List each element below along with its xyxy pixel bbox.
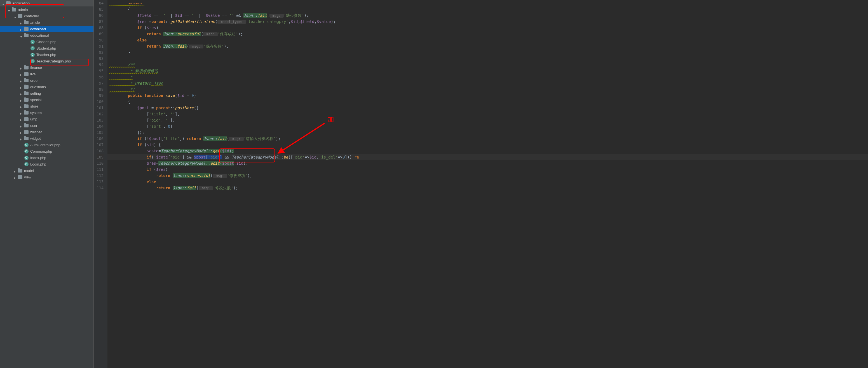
tree-item-student-php[interactable]: CStudent.php <box>0 45 93 52</box>
tree-arrow-icon[interactable] <box>20 111 23 114</box>
code-line[interactable]: if (!$post['title']) return Json::fail( … <box>107 136 868 142</box>
tree-arrow-icon[interactable] <box>20 79 23 82</box>
gutter-line-number[interactable]: 114 <box>96 185 103 191</box>
gutter-line-number[interactable]: 94 <box>96 62 103 68</box>
code-line[interactable]: */ <box>107 86 868 92</box>
tree-item-order[interactable]: order <box>0 77 93 84</box>
tree-item-store[interactable]: store <box>0 103 93 110</box>
gutter-line-number[interactable]: 96 <box>96 74 103 80</box>
tree-item-login-php[interactable]: CLogin.php <box>0 161 93 168</box>
code-line[interactable]: ~~~~~~ <box>107 0 868 6</box>
gutter-line-number[interactable]: 107 <box>96 142 103 148</box>
code-line[interactable]: if ($res) <box>107 25 868 31</box>
tree-item-finance[interactable]: finance <box>0 64 93 71</box>
tree-item-controller[interactable]: controller <box>0 13 93 19</box>
tree-arrow-icon[interactable] <box>8 8 11 11</box>
code-line[interactable]: ['sort', 0] <box>107 123 868 130</box>
tree-item-live[interactable]: live <box>0 71 93 77</box>
tree-item-article[interactable]: article <box>0 19 93 26</box>
code-line[interactable]: * @return json <box>107 80 868 86</box>
gutter-line-number[interactable]: 86 <box>96 12 103 19</box>
code-line[interactable]: return Json::successful( msg: '保存成功'); <box>107 31 868 37</box>
tree-item-index-php[interactable]: CIndex.php <box>0 154 93 161</box>
gutter-line-number[interactable]: 89 <box>96 31 103 37</box>
gutter-line-number[interactable]: 98 <box>96 86 103 92</box>
code-line[interactable]: return Json::fail( msg: '保存失败'); <box>107 43 868 49</box>
code-line[interactable]: * 新增或者修改 <box>107 68 868 74</box>
gutter-line-number[interactable]: 100 <box>96 98 103 105</box>
code-line[interactable]: * <box>107 74 868 80</box>
tree-item-download[interactable]: download <box>0 26 93 32</box>
gutter-line-number[interactable]: 110 <box>96 160 103 166</box>
gutter-line-number[interactable]: 106 <box>96 136 103 142</box>
gutter-line-number[interactable]: 91 <box>96 43 103 49</box>
gutter-line-number[interactable]: 105 <box>96 130 103 136</box>
tree-arrow-icon[interactable] <box>20 105 23 108</box>
tree-item-authcontroller-php[interactable]: CAuthController.php <box>0 142 93 148</box>
gutter-line-number[interactable]: 101 <box>96 105 103 111</box>
code-line[interactable]: $res=TeacherCategpryModel::edit($post,$i… <box>107 160 868 166</box>
gutter-line-number[interactable]: 97 <box>96 80 103 86</box>
tree-item-teachercategpry-php[interactable]: CTeacherCategpry.php <box>0 58 93 64</box>
code-line[interactable]: else <box>107 179 868 185</box>
tree-item-classes-php[interactable]: CClasses.php <box>0 39 93 45</box>
code-line[interactable]: { <box>107 98 868 105</box>
tree-item-view[interactable]: view <box>0 174 93 180</box>
gutter-line-number[interactable]: 102 <box>96 111 103 117</box>
tree-arrow-icon[interactable] <box>20 118 23 121</box>
gutter-line-number[interactable]: 112 <box>96 172 103 179</box>
tree-item-system[interactable]: system <box>0 110 93 116</box>
tree-item-questions[interactable]: questions <box>0 84 93 90</box>
tree-item-common-php[interactable]: CCommon.php <box>0 148 93 154</box>
code-line[interactable]: if ($id) { <box>107 142 868 148</box>
code-line[interactable]: $cate=TeacherCategpryModel::get($id); <box>107 148 868 154</box>
code-editor[interactable]: 8485868788899091929394959697989910010110… <box>94 0 868 368</box>
tree-item-special[interactable]: special <box>0 96 93 103</box>
gutter-line-number[interactable]: 111 <box>96 166 103 172</box>
tree-item-widget[interactable]: widget <box>0 135 93 142</box>
gutter-line-number[interactable]: 92 <box>96 49 103 55</box>
tree-item-application[interactable]: application <box>0 0 93 6</box>
editor-content[interactable]: ~~~~~~ { $field == '' || $id == '' || $v… <box>107 0 868 368</box>
tree-arrow-icon[interactable] <box>14 15 17 18</box>
code-line[interactable]: if(!$cate['pid'] && $post['pid'] && Teac… <box>107 154 868 160</box>
tree-arrow-icon[interactable] <box>20 21 23 24</box>
tree-arrow-icon[interactable] <box>20 86 23 88</box>
tree-arrow-icon[interactable] <box>14 176 17 179</box>
tree-item-teacher-php[interactable]: CTeacher.php <box>0 52 93 58</box>
gutter-line-number[interactable]: 93 <box>96 55 103 62</box>
tree-item-wechat[interactable]: wechat <box>0 129 93 135</box>
tree-arrow-icon[interactable] <box>2 2 5 5</box>
gutter-line-number[interactable]: 84 <box>96 0 103 6</box>
code-line[interactable]: return Json::fail( msg: '修改失败'); <box>107 185 868 191</box>
gutter-line-number[interactable]: 95 <box>96 68 103 74</box>
code-line[interactable]: return Json::successful( msg: '修改成功'); <box>107 172 868 179</box>
code-line[interactable]: $res =parent::getDataModification( model… <box>107 19 868 25</box>
code-line[interactable]: /** <box>107 62 868 68</box>
tree-arrow-icon[interactable] <box>20 124 23 127</box>
gutter-line-number[interactable]: 99 <box>96 92 103 98</box>
code-line[interactable]: } <box>107 49 868 55</box>
tree-arrow-icon[interactable] <box>20 73 23 76</box>
tree-arrow-icon[interactable] <box>20 92 23 95</box>
gutter-line-number[interactable]: 113 <box>96 179 103 185</box>
code-line[interactable]: $field == '' || $id == '' || $value == '… <box>107 12 868 19</box>
tree-arrow-icon[interactable] <box>20 28 23 31</box>
code-line[interactable]: else <box>107 37 868 43</box>
gutter-line-number[interactable]: 109 <box>96 154 103 160</box>
code-line[interactable]: ['pid', ''], <box>107 117 868 123</box>
tree-item-educational[interactable]: educational <box>0 32 93 39</box>
code-line[interactable]: ]); <box>107 130 868 136</box>
tree-item-setting[interactable]: setting <box>0 90 93 96</box>
gutter-line-number[interactable]: 87 <box>96 19 103 25</box>
tree-arrow-icon[interactable] <box>20 98 23 102</box>
tree-item-ump[interactable]: ump <box>0 116 93 122</box>
gutter-line-number[interactable]: 104 <box>96 123 103 130</box>
tree-arrow-icon[interactable] <box>20 137 23 140</box>
code-line[interactable]: { <box>107 6 868 12</box>
tree-arrow-icon[interactable] <box>14 169 17 172</box>
code-line[interactable] <box>107 55 868 62</box>
gutter-line-number[interactable]: 85 <box>96 6 103 12</box>
tree-arrow-icon[interactable] <box>20 66 23 69</box>
gutter-line-number[interactable]: 90 <box>96 37 103 43</box>
